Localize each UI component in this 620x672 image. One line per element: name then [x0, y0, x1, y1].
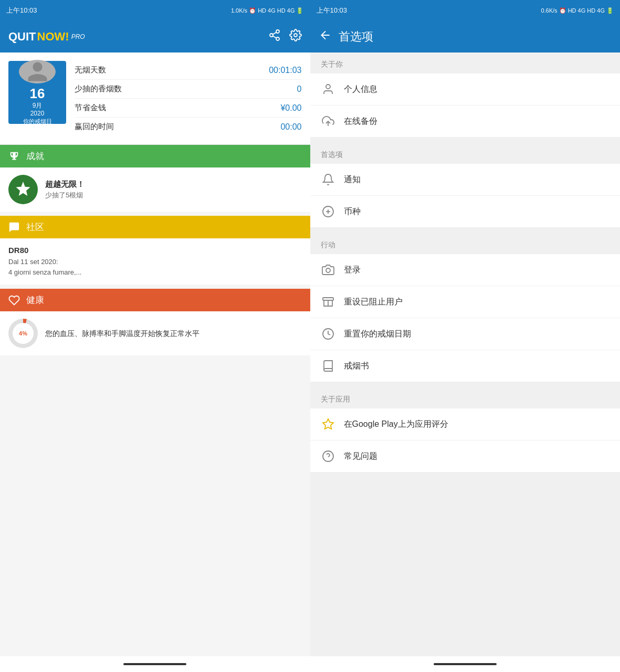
health-section: 健康 4% 您的血压、脉搏率和手脚温度开始恢复正常水平	[0, 289, 310, 360]
bell-icon	[321, 172, 335, 187]
status-bar-left: 上午10:03 1.0K/s ⏰ HD 4G HD 4G 🔋	[0, 0, 310, 21]
settings-label-notification: 通知	[344, 174, 361, 185]
user-icon	[321, 82, 335, 97]
settings-about-app: 在Google Play上为应用评分 常见问题	[310, 408, 621, 472]
achievement-text: 超越无限！ 少抽了5根烟	[45, 180, 85, 200]
svg-point-2	[276, 37, 279, 40]
eraser-icon	[321, 295, 335, 309]
settings-label-online-backup: 在线备份	[344, 116, 377, 127]
speed-left: 1.0K/s	[231, 7, 247, 14]
time-right: 上午10:03	[317, 6, 348, 15]
left-panel: 16 9月2020 你的戒烟日 无烟天数 00:01:03 少抽的香烟数 0 节…	[0, 52, 310, 656]
settings-about-you: 个人信息 在线备份	[310, 74, 621, 138]
avatar-container: 16 9月2020 你的戒烟日	[8, 61, 66, 124]
health-content: 4% 您的血压、脉搏率和手脚温度开始恢复正常水平	[0, 311, 310, 355]
achievement-title: 超越无限！	[45, 180, 85, 190]
settings-item-reset-date[interactable]: 重置你的戒烟日期	[310, 318, 621, 350]
achievement-section-label: 成就	[26, 150, 44, 162]
settings-item-rate-app[interactable]: 在Google Play上为应用评分	[310, 408, 621, 440]
clock-icon	[321, 327, 335, 341]
svg-point-0	[276, 30, 279, 33]
stat-label-time: 赢回的时间	[75, 122, 114, 132]
community-name: DR80	[8, 246, 302, 255]
heart-icon	[8, 295, 20, 306]
nav-indicator-left	[123, 663, 186, 665]
status-bar-right: 上午10:03 0.6K/s ⏰ HD 4G HD 4G 🔋	[310, 0, 621, 21]
stat-label-cigarettes: 少抽的香烟数	[75, 84, 122, 94]
book-icon	[321, 359, 335, 373]
settings-item-report-issue[interactable]: 常见问题	[310, 440, 621, 472]
header-actions	[268, 29, 302, 45]
header-container: QUIT NOW! PRO	[0, 21, 620, 52]
stat-value-money: ¥0.00	[280, 103, 301, 113]
stat-row-smokefree: 无烟天数 00:01:03	[75, 61, 302, 80]
divider-actions	[310, 228, 621, 233]
nav-bars	[0, 656, 620, 672]
logo-pro: PRO	[71, 33, 85, 40]
back-button[interactable]	[319, 28, 332, 45]
section-title-about-app: 关于应用	[310, 387, 621, 408]
stat-row-cigarettes: 少抽的香烟数 0	[75, 80, 302, 99]
achievement-content: 超越无限！ 少抽了5根烟	[0, 167, 310, 212]
achievement-badge	[8, 175, 38, 204]
stat-row-money: 节省金钱 ¥0.00	[75, 99, 302, 118]
health-progress-circle: 4%	[8, 319, 38, 348]
app-logo: QUIT NOW! PRO	[8, 30, 85, 44]
achievement-item: 超越无限！ 少抽了5根烟	[8, 175, 302, 204]
achievement-section: 成就 超越无限！ 少抽了5根烟	[0, 145, 310, 216]
settings-item-online-backup[interactable]: 在线备份	[310, 106, 621, 138]
date-day: 16	[23, 86, 52, 102]
status-bar-container: 上午10:03 1.0K/s ⏰ HD 4G HD 4G 🔋 上午10:03 0…	[0, 0, 620, 21]
health-section-label: 健康	[26, 294, 44, 306]
settings-actions: 登录 重设已阻止用户	[310, 254, 621, 382]
signal-icons-right: ⏰ HD 4G HD 4G 🔋	[559, 7, 614, 14]
quit-date: 16 9月2020 你的戒烟日	[23, 86, 52, 125]
health-text: 您的血压、脉搏率和手脚温度开始恢复正常水平	[45, 328, 199, 339]
settings-item-personal-info[interactable]: 个人信息	[310, 74, 621, 106]
svg-point-16	[323, 451, 333, 461]
settings-item-quit-book[interactable]: 戒烟书	[310, 350, 621, 382]
settings-label-currency: 币种	[344, 206, 361, 217]
stat-value-time: 00:00	[280, 122, 301, 132]
right-panel: 关于你 个人信息 在线备份	[310, 52, 621, 656]
svg-line-3	[272, 36, 276, 38]
page-title: 首选项	[339, 29, 373, 45]
svg-rect-12	[323, 298, 333, 300]
section-title-preferences: 首选项	[310, 143, 621, 164]
settings-label-reset-blocked: 重设已阻止用户	[344, 297, 403, 308]
settings-label-login: 登录	[344, 265, 361, 276]
settings-item-currency[interactable]: 币种	[310, 196, 621, 228]
achievement-badge-icon	[14, 180, 33, 199]
date-month-year: 9月2020	[23, 102, 52, 117]
achievement-header: 成就	[0, 145, 310, 167]
svg-point-5	[294, 34, 297, 37]
status-icons-right: 0.6K/s ⏰ HD 4G HD 4G 🔋	[541, 7, 614, 14]
settings-label-quit-book: 戒烟书	[344, 361, 369, 372]
settings-item-login[interactable]: 登录	[310, 254, 621, 286]
divider-about-app	[310, 382, 621, 387]
settings-label-rate-app: 在Google Play上为应用评分	[344, 419, 448, 430]
status-icons-left: 1.0K/s ⏰ HD 4G HD 4G 🔋	[231, 7, 304, 14]
health-header: 健康	[0, 289, 310, 311]
svg-marker-15	[323, 419, 333, 429]
cloud-upload-icon	[321, 114, 335, 129]
svg-line-4	[272, 33, 276, 35]
section-title-about-you: 关于你	[310, 52, 621, 74]
logo-now: NOW!	[37, 30, 69, 44]
community-item: DR80 Dal 11 set 2020:4 giorni senza fuma…	[8, 246, 302, 277]
trophy-icon	[8, 151, 20, 162]
stat-label-smokefree: 无烟天数	[75, 65, 106, 75]
share-icon[interactable]	[268, 29, 281, 45]
settings-item-notification[interactable]: 通知	[310, 164, 621, 196]
nav-left	[0, 656, 310, 672]
profile-card: 16 9月2020 你的戒烟日 无烟天数 00:01:03 少抽的香烟数 0 节…	[0, 52, 310, 145]
settings-item-reset-blocked[interactable]: 重设已阻止用户	[310, 286, 621, 318]
settings-icon[interactable]	[289, 29, 302, 45]
community-section: 社区 DR80 Dal 11 set 2020:4 giorni senza f…	[0, 216, 310, 289]
health-item: 4% 您的血压、脉搏率和手脚温度开始恢复正常水平	[8, 319, 302, 348]
stat-value-cigarettes: 0	[297, 85, 302, 94]
date-label: 你的戒烟日	[23, 118, 52, 125]
camera-icon	[321, 262, 335, 277]
community-section-label: 社区	[26, 221, 44, 233]
signal-icons-left: ⏰ HD 4G HD 4G 🔋	[249, 7, 303, 14]
